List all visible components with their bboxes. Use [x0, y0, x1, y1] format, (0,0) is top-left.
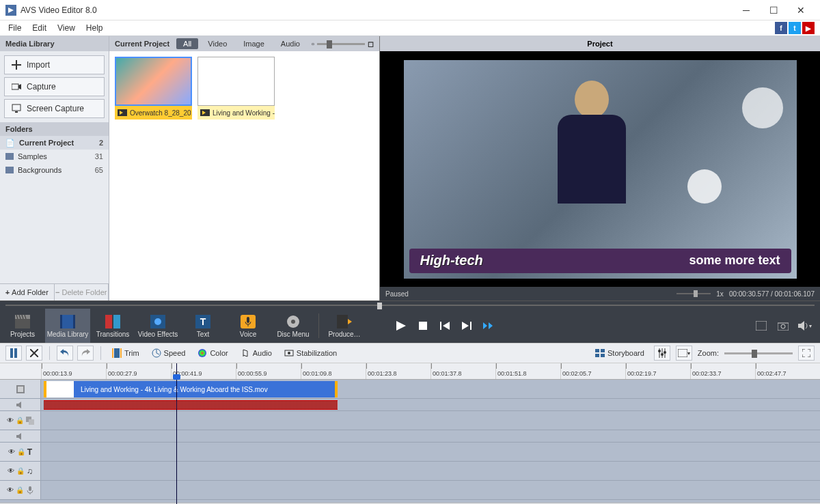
capture-button[interactable]: Capture	[4, 77, 105, 96]
svg-rect-6	[62, 315, 73, 328]
lock-icon[interactable]: 🔒	[16, 486, 24, 494]
eye-icon[interactable]: 👁	[8, 448, 15, 456]
current-project-header: Current Project	[115, 40, 169, 48]
minimize-button[interactable]: ─	[733, 2, 760, 18]
redo-button[interactable]	[77, 346, 94, 361]
zoom-slider[interactable]	[724, 352, 793, 354]
snapshot-icon[interactable]	[776, 319, 790, 333]
video-preview[interactable]: High-tech some more text	[380, 51, 820, 287]
filter-video[interactable]: Video	[201, 38, 234, 49]
overlay-audio-track[interactable]	[0, 430, 820, 443]
small-thumb-icon: ▫	[312, 40, 314, 48]
speed-button[interactable]: Speed	[148, 348, 190, 358]
produce-button[interactable]: Produce…	[322, 309, 367, 343]
text-icon: T	[195, 314, 211, 329]
menu-view[interactable]: View	[52, 22, 81, 34]
scrub-bar[interactable]	[0, 300, 820, 309]
audio-track[interactable]	[0, 399, 820, 411]
document-icon: 📄	[5, 139, 15, 148]
color-button[interactable]: Color	[193, 348, 232, 358]
close-button[interactable]: ✕	[787, 2, 815, 18]
play-button[interactable]	[394, 319, 408, 333]
svg-rect-19	[337, 315, 348, 328]
overlay-track[interactable]: 👁 🔒	[0, 411, 820, 430]
filter-all[interactable]: All	[176, 38, 198, 49]
media-library-tab[interactable]: Media Library	[45, 309, 90, 343]
screen-capture-button[interactable]: Screen Capture	[4, 99, 105, 118]
projects-tab[interactable]: Projects	[0, 309, 45, 343]
filter-audio[interactable]: Audio	[274, 38, 307, 49]
menu-help[interactable]: Help	[81, 22, 109, 34]
video-track[interactable]: Living and Working - 4k Living & Working…	[0, 380, 820, 399]
delete-folder-button[interactable]: −Delete Folder	[55, 284, 109, 300]
video-effects-tab[interactable]: Video Effects	[135, 309, 180, 343]
import-button[interactable]: Import	[4, 55, 105, 74]
folder-icon	[5, 167, 14, 173]
clip-thumbnail[interactable]: Living and Working - …	[197, 57, 275, 120]
text-track[interactable]: 👁 🔒 T	[0, 443, 820, 462]
eye-icon[interactable]: 👁	[7, 486, 14, 494]
folders-header: Folders	[0, 122, 109, 136]
lock-icon[interactable]: 🔒	[16, 467, 25, 475]
voice-tab[interactable]: Voice	[226, 309, 271, 343]
filter-image[interactable]: Image	[236, 38, 271, 49]
step-button[interactable]	[482, 319, 495, 333]
thumbnail-size-slider[interactable]: ▫ ◻	[312, 40, 374, 48]
lock-icon[interactable]: 🔒	[17, 448, 25, 456]
menu-file[interactable]: File	[3, 22, 27, 34]
audio-button[interactable]: Audio	[236, 348, 276, 358]
add-folder-button[interactable]: +Add Folder	[0, 284, 55, 300]
fullscreen-icon[interactable]	[754, 319, 768, 333]
folder-row[interactable]: Backgrounds 65	[0, 163, 109, 177]
playhead[interactable]	[176, 363, 177, 504]
voice-track[interactable]: 👁 🔒	[0, 481, 820, 500]
fit-button[interactable]	[798, 346, 815, 361]
svg-rect-22	[470, 322, 472, 330]
mic-icon	[26, 486, 34, 494]
trim-button[interactable]: Trim	[108, 348, 144, 358]
volume-icon[interactable]: ▾	[798, 319, 812, 333]
svg-rect-4	[15, 319, 30, 328]
playback-status: Paused	[385, 290, 409, 298]
eye-icon[interactable]: 👁	[7, 417, 14, 424]
subtitle-left: High-tech	[420, 253, 483, 268]
clip-thumbnail[interactable]: Overwatch 8_28_20…	[115, 57, 192, 120]
svg-rect-30	[120, 348, 122, 358]
svg-point-40	[661, 353, 664, 356]
undo-button[interactable]	[57, 346, 73, 361]
time-ruler[interactable]: 00:00:13.9 00:00:27.9 00:00:41.9 00:00:5…	[0, 363, 820, 380]
menu-edit[interactable]: Edit	[27, 22, 52, 34]
svg-rect-42	[678, 349, 687, 357]
speaker-icon	[16, 432, 25, 440]
media-library-header: Media Library	[0, 36, 109, 51]
split-button[interactable]	[5, 346, 22, 361]
facebook-icon[interactable]: f	[775, 22, 787, 34]
lock-icon[interactable]: 🔒	[16, 417, 24, 424]
clapper-icon	[14, 314, 31, 329]
maximize-button[interactable]: ☐	[760, 2, 787, 18]
twitter-icon[interactable]: t	[789, 22, 801, 34]
stabilization-button[interactable]: Stabilization	[280, 348, 341, 358]
delete-button[interactable]	[26, 346, 42, 361]
timeline-clip[interactable]: Living and Working - 4k Living & Working…	[44, 381, 338, 397]
folder-row[interactable]: Samples 31	[0, 150, 109, 163]
speed-slider[interactable]	[676, 293, 711, 294]
stop-button[interactable]	[416, 319, 430, 333]
folder-row[interactable]: 📄 Current Project 2	[0, 136, 109, 150]
eye-icon[interactable]: 👁	[8, 467, 14, 475]
audio-waveform[interactable]	[44, 400, 338, 410]
text-tab[interactable]: T Text	[180, 309, 226, 343]
aspect-icon[interactable]: ▾	[676, 346, 692, 361]
youtube-icon[interactable]: ▶	[802, 22, 815, 34]
mixer-icon[interactable]	[654, 346, 670, 361]
camera-icon	[12, 82, 21, 92]
music-track[interactable]: 👁 🔒 ♫	[0, 462, 820, 481]
disc-menu-tab[interactable]: Disc Menu	[271, 309, 316, 343]
prev-button[interactable]	[438, 319, 452, 333]
svg-rect-27	[14, 348, 17, 358]
next-button[interactable]	[460, 319, 474, 333]
menu-bar: File Edit View Help f t ▶	[0, 20, 820, 36]
subtitle-overlay: High-tech some more text	[409, 249, 791, 273]
transitions-tab[interactable]: Transitions	[90, 309, 135, 343]
storyboard-button[interactable]: Storyboard	[591, 349, 648, 357]
